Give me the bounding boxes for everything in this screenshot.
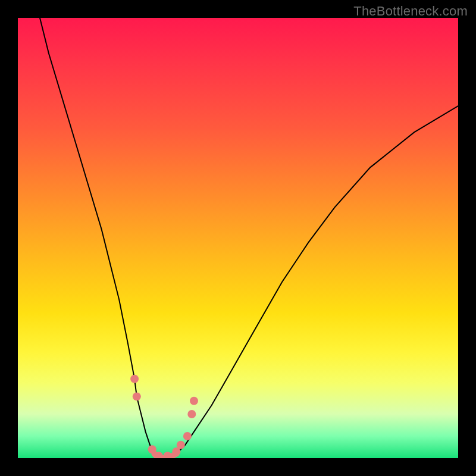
curve-marker bbox=[190, 397, 198, 405]
plot-area bbox=[18, 18, 458, 458]
curve-marker bbox=[187, 410, 196, 418]
chart-frame: TheBottleneck.com bbox=[0, 0, 476, 476]
curve-svg bbox=[18, 18, 458, 458]
curve-marker bbox=[183, 432, 192, 440]
curve-marker bbox=[148, 445, 156, 453]
marker-group bbox=[130, 375, 198, 458]
curve-marker bbox=[177, 441, 185, 449]
curve-marker bbox=[130, 375, 139, 383]
bottleneck-curve bbox=[40, 18, 458, 458]
curve-marker bbox=[164, 452, 172, 458]
watermark-text: TheBottleneck.com bbox=[353, 4, 468, 19]
curve-marker bbox=[133, 392, 141, 400]
